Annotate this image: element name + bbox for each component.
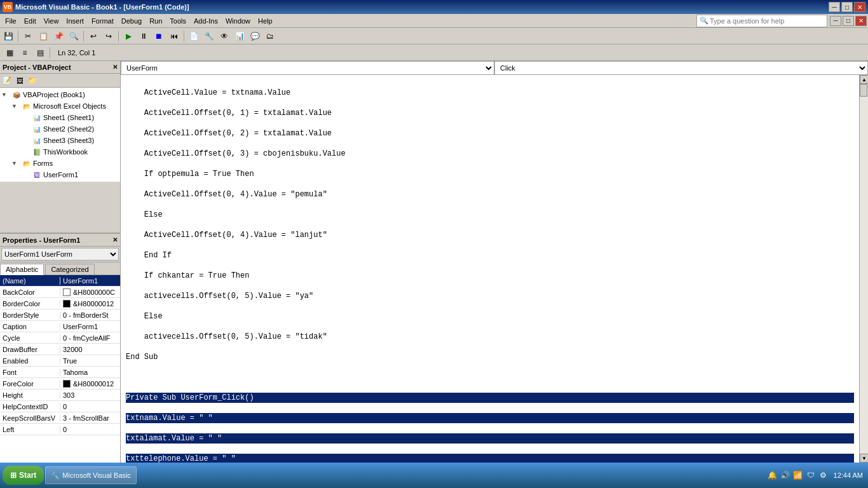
proj-view-object-btn[interactable]: 🖼 — [14, 75, 25, 86]
restore-button[interactable]: □ — [841, 2, 853, 12]
props-row-borderstyle[interactable]: BorderStyle 0 - fmBorderSt — [0, 309, 120, 321]
props-name-borderstyle: BorderStyle — [0, 311, 60, 319]
props-row-caption[interactable]: Caption UserForm1 — [0, 321, 120, 332]
props-value-font: Tahoma — [60, 369, 120, 376]
props-header: Properties - UserForm1 ✕ — [0, 234, 120, 247]
props-row-left[interactable]: Left 0 — [0, 424, 120, 435]
tb2-btn2[interactable]: ≡ — [18, 46, 32, 60]
tb-locals-button[interactable]: 📊 — [233, 29, 247, 43]
menu-insert[interactable]: Insert — [62, 15, 88, 27]
windows-icon: ⊞ — [10, 471, 17, 480]
proj-toggle-folders-btn[interactable]: 📁 — [27, 75, 38, 86]
inner-restore-button[interactable]: □ — [843, 16, 854, 26]
help-input[interactable] — [710, 17, 824, 25]
tree-label-vbaproject: VBAProject (Book1) — [23, 91, 85, 98]
code-line-highlighted: Private Sub UserForm_Click() — [126, 393, 854, 403]
props-row-helpcontextid[interactable]: HelpContextID 0 — [0, 401, 120, 412]
vertical-scrollbar[interactable]: ▲ ▼ — [859, 75, 868, 463]
menu-help[interactable]: Help — [254, 15, 276, 27]
props-row-name[interactable]: (Name) UserForm1 — [0, 275, 120, 287]
tab-categorized[interactable]: Categorized — [45, 264, 94, 274]
tb-cut-button[interactable]: ✂ — [21, 29, 35, 43]
props-value-height: 303 — [60, 391, 120, 399]
props-row-font[interactable]: Font Tahoma — [0, 367, 120, 378]
props-row-forecolor[interactable]: ForeColor &H80000012 — [0, 378, 120, 390]
title-text: Microsoft Visual Basic - Book1 - [UserFo… — [15, 3, 189, 11]
userform1-icon: 🖼 — [32, 170, 42, 180]
menu-debug[interactable]: Debug — [118, 15, 146, 27]
scroll-down-btn[interactable]: ▼ — [860, 454, 868, 463]
tree-node-sheet1[interactable]: 📊 Sheet1 (Sheet1) — [1, 112, 119, 123]
code-line: ActiveCell.Offset(0, 3) = cbojenisbuku.V… — [126, 149, 854, 159]
taskbar-right: 🔔 🔊 📶 🛡 ⚙ 12:44 AM — [768, 470, 865, 480]
object-selector[interactable]: UserForm — [121, 61, 494, 75]
tree-node-sheet2[interactable]: 📊 Sheet2 (Sheet2) — [1, 123, 119, 135]
inner-close-button[interactable]: ✕ — [855, 16, 867, 26]
tb-explorer-button[interactable]: 🗂 — [263, 29, 277, 43]
tb2-btn1[interactable]: ▦ — [3, 46, 17, 60]
tb-userform-button[interactable]: 📄 — [187, 29, 201, 43]
menu-run[interactable]: Run — [146, 15, 166, 27]
tree-node-forms[interactable]: ▼ 📂 Forms — [1, 158, 119, 169]
tb-immediate-button[interactable]: 💬 — [248, 29, 262, 43]
menu-file[interactable]: File — [1, 15, 20, 27]
taskbar-item-vba[interactable]: 🔧 Microsoft Visual Basic — [45, 466, 136, 484]
taskbar: ⊞ Start 🔧 Microsoft Visual Basic 🔔 🔊 📶 🛡… — [0, 463, 868, 488]
props-row-height[interactable]: Height 303 — [0, 390, 120, 401]
project-panel-close[interactable]: ✕ — [112, 64, 118, 71]
menu-addins[interactable]: Add-Ins — [190, 15, 222, 27]
tb-save-button[interactable]: 💾 — [1, 29, 15, 43]
tb-props-button[interactable]: 🔧 — [202, 29, 216, 43]
tb-run-button[interactable]: ▶ — [121, 29, 135, 43]
props-row-enabled[interactable]: Enabled True — [0, 355, 120, 367]
menu-edit[interactable]: Edit — [20, 15, 40, 27]
props-name-left: Left — [0, 426, 60, 433]
tab-alphabetic[interactable]: Alphabetic — [0, 264, 44, 275]
code-line-highlighted: txttelephone.Value = " " — [126, 454, 854, 463]
code-editor[interactable]: ActiveCell.Value = txtnama.Value ActiveC… — [121, 75, 859, 463]
props-name-caption: Caption — [0, 323, 60, 330]
inner-minimize-button[interactable]: ─ — [830, 16, 841, 26]
props-row-keepscrollbars[interactable]: KeepScrollBarsV 3 - fmScrollBar — [0, 412, 120, 424]
tree-node-excel-objects[interactable]: ▼ 📂 Microsoft Excel Objects — [1, 100, 119, 112]
props-close[interactable]: ✕ — [112, 236, 118, 243]
code-line — [126, 372, 854, 383]
tree-node-vbaproject[interactable]: ▼ 📦 VBAProject (Book1) — [1, 89, 119, 100]
props-object-selector[interactable]: UserForm1 UserForm — [1, 248, 119, 261]
tree-node-sheet3[interactable]: 📊 Sheet3 (Sheet3) — [1, 135, 119, 146]
tb2-btn3[interactable]: ▤ — [33, 46, 47, 60]
menu-window[interactable]: Window — [222, 15, 254, 27]
tree-node-userform1[interactable]: 🖼 UserForm1 — [1, 169, 119, 180]
props-row-cycle[interactable]: Cycle 0 - fmCycleAllF — [0, 332, 120, 344]
tb-redo-button[interactable]: ↪ — [102, 29, 116, 43]
tb-reset-button[interactable]: ⏮ — [167, 29, 181, 43]
v-scroll-track[interactable] — [860, 84, 868, 454]
tb-find-button[interactable]: 🔍 — [67, 29, 81, 43]
tb-stop-button[interactable]: ⏹ — [152, 29, 166, 43]
menu-tools[interactable]: Tools — [166, 15, 190, 27]
tree-node-thisworkbook[interactable]: 📗 ThisWorkbook — [1, 146, 119, 158]
props-selector-area[interactable]: UserForm1 UserForm — [0, 247, 120, 262]
event-selector[interactable]: Click — [494, 61, 868, 75]
tb-undo-button[interactable]: ↩ — [86, 29, 100, 43]
code-line: Else — [126, 210, 854, 220]
props-name-cycle: Cycle — [0, 334, 60, 342]
props-row-bordercolor[interactable]: BorderColor &H80000012 — [0, 298, 120, 309]
tb-pause-button[interactable]: ⏸ — [137, 29, 151, 43]
proj-view-code-btn[interactable]: 📝 — [1, 75, 13, 86]
tb-watch-button[interactable]: 👁 — [217, 29, 231, 43]
help-box[interactable]: 🔍 — [696, 15, 827, 27]
props-row-drawbuffer[interactable]: DrawBuffer 32000 — [0, 344, 120, 355]
menu-view[interactable]: View — [40, 15, 63, 27]
sheet3-icon: 📊 — [32, 135, 42, 146]
tb-paste-button[interactable]: 📌 — [51, 29, 65, 43]
props-row-backcolor[interactable]: BackColor &H8000000C — [0, 287, 120, 298]
tray-icon-4: 🛡 — [806, 470, 816, 480]
menu-format[interactable]: Format — [88, 15, 118, 27]
code-line: activecells.Offset(0, 5).Value = "tidak" — [126, 332, 854, 342]
close-button[interactable]: ✕ — [854, 2, 865, 12]
tb-copy-button[interactable]: 📋 — [36, 29, 50, 43]
start-button[interactable]: ⊞ Start — [3, 466, 44, 485]
scroll-up-btn[interactable]: ▲ — [860, 75, 868, 84]
minimize-button[interactable]: ─ — [829, 2, 840, 12]
